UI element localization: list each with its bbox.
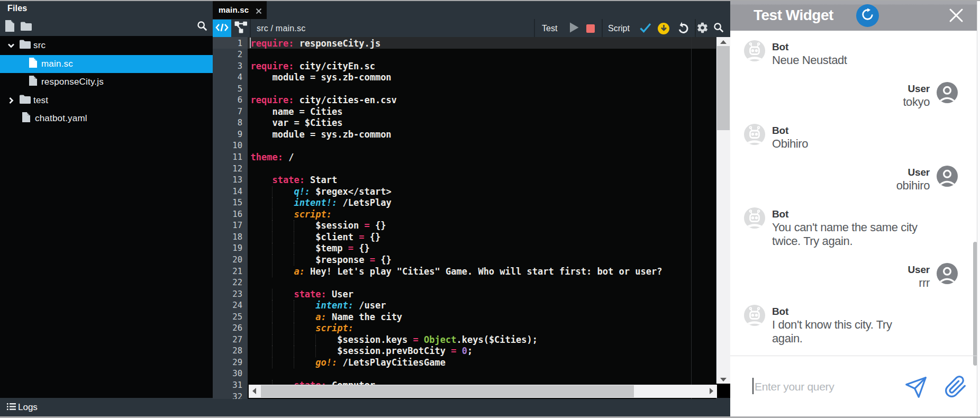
code-editor[interactable]: 1require: responseCity.js23require: city… [213, 37, 716, 399]
settings-button[interactable] [696, 22, 709, 35]
code-token: a: [294, 266, 304, 277]
file-icon [29, 75, 38, 89]
person-icon [937, 82, 958, 103]
message-text: tokyo [903, 95, 930, 109]
run-test-button[interactable] [568, 23, 580, 34]
folder-icon [19, 94, 31, 107]
scroll-down-icon[interactable] [720, 378, 727, 381]
chat-messages: BotNeue NeustadtUsertokyoBotObihiroUsero… [730, 40, 977, 360]
tree-item-label: main.sc [41, 59, 73, 69]
tab-close-icon[interactable] [256, 7, 262, 13]
code-token: name = Cities [251, 106, 343, 117]
toolbar-separator [250, 19, 251, 38]
editor-horizontal-scrollbar[interactable] [249, 385, 717, 398]
tree-item-src[interactable]: src [0, 37, 213, 55]
attach-button[interactable] [944, 375, 968, 399]
line-number: 26 [213, 323, 242, 334]
code-view-button[interactable] [213, 20, 231, 38]
code-line-8: 8 var = $Cities [213, 117, 716, 129]
code-line-text: require: city/cityEn.sc [251, 61, 375, 72]
scroll-left-icon[interactable] [252, 388, 256, 394]
code-token: responseCity.js [294, 38, 380, 49]
line-number: 3 [213, 61, 242, 72]
search-icon [713, 22, 724, 35]
code-token: script: [294, 209, 332, 220]
user-message: Userrrr [730, 263, 977, 290]
new-file-button[interactable] [3, 20, 16, 34]
tab-main-sc[interactable]: main.sc [213, 1, 267, 19]
code-token [251, 266, 294, 277]
file-icon [22, 112, 31, 125]
code-token: = [413, 334, 419, 345]
tree-item-chatbot-yaml[interactable]: chatbot.yaml [0, 110, 213, 128]
widget-close-button[interactable] [949, 8, 964, 23]
code-token: {} [353, 243, 370, 253]
code-token: state: [294, 289, 326, 299]
bot-message: BotYou can't name the same city twice. T… [730, 207, 977, 248]
line-number: 14 [213, 186, 242, 198]
horizontal-scrollbar-thumb[interactable] [261, 385, 634, 397]
code-line-29: 29 go!: /LetsPlayCitiesGame [213, 357, 716, 369]
code-token: Name the city [326, 312, 402, 322]
code-line-27: 27 $session.keys = Object.keys($Cities); [213, 334, 716, 346]
undo-button[interactable] [677, 22, 689, 35]
tree-item-main-sc[interactable]: main.sc [0, 55, 213, 74]
code-line-25: 25 a: Name the city [213, 312, 716, 323]
code-token: Object [424, 334, 456, 345]
file-search-button[interactable] [195, 20, 209, 34]
editor-search-button[interactable] [712, 22, 725, 35]
refresh-button[interactable] [856, 4, 879, 27]
code-token: Start [305, 175, 337, 185]
jaicp-ide-window: Files srcmain.scresponseCity.jstestchatb… [0, 0, 980, 418]
test-widget-title: Test Widget [754, 7, 833, 24]
new-folder-button[interactable] [19, 20, 33, 34]
line-number: 10 [213, 140, 242, 152]
code-token: theme: [251, 152, 283, 162]
editor-vertical-scrollbar[interactable] [716, 37, 730, 385]
code-line-26: 26 script: [213, 323, 716, 334]
send-button[interactable] [904, 375, 928, 399]
undo-icon [677, 21, 689, 36]
robot-icon [744, 207, 765, 229]
code-token: .keys($Cities); [456, 334, 538, 345]
line-number: 11 [213, 152, 242, 163]
toolbar-separator [602, 19, 603, 38]
line-number: 18 [213, 232, 242, 243]
code-line-30: 30 [213, 368, 716, 380]
chevron-down-icon[interactable] [7, 41, 15, 50]
code-token: / [283, 152, 294, 162]
code-token: var = $Cities [251, 117, 343, 128]
code-line-24: 24 intent: /user [213, 300, 716, 312]
deploy-button[interactable] [658, 23, 669, 34]
paperclip-icon [944, 391, 967, 400]
line-number: 30 [213, 368, 242, 380]
vertical-scrollbar-thumb[interactable] [717, 46, 730, 130]
logs-bar[interactable]: Logs [0, 398, 730, 416]
stop-button[interactable] [586, 24, 595, 33]
tree-item-responsecity-js[interactable]: responseCity.js [0, 73, 213, 92]
close-icon [949, 15, 964, 24]
message-body: BotYou can't name the same city twice. T… [772, 207, 920, 248]
message-author: Bot [772, 40, 847, 53]
query-input[interactable]: Enter your query [755, 380, 834, 393]
validate-button[interactable] [639, 22, 652, 35]
visual-editor-button[interactable] [232, 20, 250, 38]
chevron-right-icon[interactable] [7, 96, 15, 105]
code-line-text: $response = {} [251, 255, 392, 266]
search-icon [196, 20, 208, 34]
message-body: BotNeue Neustadt [772, 40, 847, 67]
scroll-up-icon[interactable] [720, 40, 727, 44]
person-icon [937, 166, 958, 187]
scroll-right-icon[interactable] [710, 388, 713, 394]
code-token: $response [251, 255, 370, 265]
code-line-text: $temp = {} [251, 243, 370, 255]
message-body: BotObihiro [772, 124, 808, 151]
editor-toolbar: src / main.sc Test Script [213, 19, 730, 38]
editor-tab-bar: main.sc [213, 1, 730, 19]
line-number: 29 [213, 357, 242, 369]
tree-item-test[interactable]: test [0, 92, 213, 110]
new-folder-icon [20, 21, 32, 33]
code-token: city/cities-en.csv [294, 95, 396, 105]
code-token: /LetsPlayCitiesGame [337, 357, 446, 368]
scrollbar-corner [716, 384, 730, 398]
